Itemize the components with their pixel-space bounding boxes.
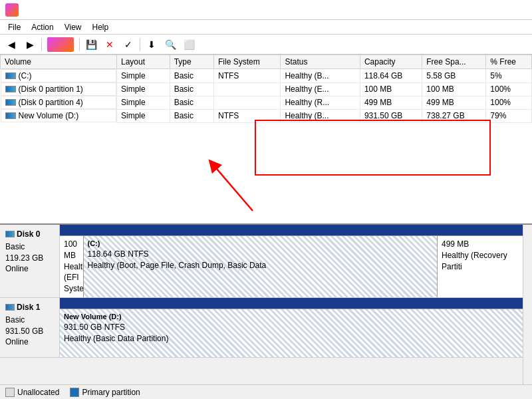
disk-table: Volume Layout Type File System Status Ca… — [0, 55, 532, 123]
cell-pctfree: 100% — [486, 96, 532, 109]
cell-capacity: 499 MB — [360, 96, 422, 109]
legend-unalloc-color — [5, 388, 15, 397]
main-content: Volume Layout Type File System Status Ca… — [0, 55, 532, 399]
disk-1-partitions: New Volume (D:) 931.50 GB NTFS Healthy (… — [60, 298, 532, 357]
col-type[interactable]: Type — [170, 55, 213, 69]
menu-help[interactable]: Help — [87, 21, 114, 33]
part-status: Healthy (EFI Syste — [64, 261, 79, 295]
toolbar-sep2 — [79, 38, 80, 51]
toolbar-search[interactable]: 🔍 — [162, 37, 179, 53]
disk-0-size: 119.23 GB — [5, 253, 54, 264]
volume-icon — [5, 72, 16, 79]
part-size: 100 MB — [64, 239, 79, 261]
disk-1-part-1[interactable]: New Volume (D:) 931.50 GB NTFS Healthy (… — [60, 309, 532, 357]
cell-layout: Simple — [117, 109, 170, 122]
title-controls — [435, 0, 527, 20]
volume-icon — [5, 112, 16, 119]
cell-layout: Simple — [117, 82, 170, 96]
disk-0-name: Disk 0 — [17, 229, 40, 240]
legend-primary: Primary partition — [70, 388, 140, 397]
col-layout[interactable]: Layout — [117, 55, 170, 69]
cell-status: Healthy (B... — [281, 69, 360, 83]
disk-0-part-1[interactable]: 100 MB Healthy (EFI Syste — [60, 236, 84, 297]
cell-filesystem — [214, 96, 281, 109]
table-row[interactable]: (Disk 0 partition 4)SimpleBasicHealthy (… — [1, 96, 532, 109]
cell-layout: Simple — [117, 69, 170, 83]
cell-type: Basic — [170, 69, 213, 83]
cell-freespace: 5.58 GB — [422, 69, 486, 83]
disk-0-type: Basic — [5, 241, 54, 253]
cell-capacity: 100 MB — [360, 82, 422, 96]
toolbar-delete[interactable]: ✕ — [101, 37, 118, 53]
volume-icon — [5, 99, 16, 106]
cell-pctfree: 79% — [486, 109, 532, 122]
cell-status: Healthy (B... — [281, 109, 360, 122]
legend-primary-label: Primary partition — [82, 388, 140, 397]
toolbar-square[interactable]: ⬜ — [180, 37, 198, 53]
disk-1-status: Online — [5, 336, 54, 348]
disk-0-bar — [60, 225, 532, 235]
part-status: Healthy (Boot, Page File, Crash Dump, Ba… — [88, 260, 434, 271]
legend-unallocated: Unallocated — [5, 388, 59, 397]
disk-row-1: Disk 1 Basic 931.50 GB Online New Volume… — [0, 298, 532, 358]
cell-freespace: 499 MB — [422, 96, 486, 109]
cell-filesystem: NTFS — [214, 69, 281, 83]
app-icon — [5, 3, 19, 17]
table-row[interactable]: (Disk 0 partition 1)SimpleBasicHealthy (… — [1, 82, 532, 96]
annotation-arrow — [200, 158, 279, 217]
close-button[interactable] — [496, 0, 527, 20]
col-volume[interactable]: Volume — [1, 55, 117, 69]
cell-freespace: 100 MB — [422, 82, 486, 96]
cell-type: Basic — [170, 109, 213, 122]
cell-type: Basic — [170, 82, 213, 96]
disk-0-label: Disk 0 Basic 119.23 GB Online — [0, 225, 60, 297]
cell-capacity: 118.64 GB — [360, 69, 422, 83]
table-row[interactable]: (C:)SimpleBasicNTFSHealthy (B...118.64 G… — [1, 69, 532, 83]
title-bar — [0, 0, 532, 20]
cell-pctfree: 100% — [486, 82, 532, 96]
part-size: 499 MB — [442, 239, 527, 250]
toolbar-disk[interactable]: 💾 — [82, 37, 100, 53]
menu-view[interactable]: View — [59, 21, 87, 33]
part-status: Healthy (Recovery Partiti — [442, 250, 527, 273]
volume-name: (Disk 0 partition 1) — [19, 84, 83, 94]
disk-1-label: Disk 1 Basic 931.50 GB Online — [0, 298, 60, 357]
cell-filesystem — [214, 82, 281, 96]
menu-file[interactable]: File — [3, 21, 26, 33]
menu-action[interactable]: Action — [26, 21, 59, 33]
toolbar-check[interactable]: ✓ — [120, 37, 137, 53]
lower-scrollbar[interactable] — [523, 225, 532, 384]
disk-0-part-3[interactable]: 499 MB Healthy (Recovery Partiti — [438, 236, 532, 297]
part-size: 931.50 GB NTFS — [64, 322, 527, 333]
upper-area: Volume Layout Type File System Status Ca… — [0, 55, 532, 225]
volume-name: (Disk 0 partition 4) — [19, 98, 83, 107]
col-status[interactable]: Status — [281, 55, 360, 69]
toolbar-forward[interactable]: ▶ — [21, 37, 39, 53]
col-pctfree[interactable]: % Free — [486, 55, 532, 69]
col-freespace[interactable]: Free Spa... — [422, 55, 486, 69]
legend-primary-color — [70, 388, 79, 397]
col-capacity[interactable]: Capacity — [360, 55, 422, 69]
disk-1-name: Disk 1 — [17, 302, 40, 313]
toolbar: ◀ ▶ 💾 ✕ ✓ ⬇ 🔍 ⬜ — [0, 35, 532, 55]
table-row[interactable]: New Volume (D:)SimpleBasicNTFSHealthy (B… — [1, 109, 532, 122]
disk-1-bar — [60, 298, 532, 309]
cell-type: Basic — [170, 96, 213, 109]
disk-1-type: Basic — [5, 315, 54, 326]
toolbar-down[interactable]: ⬇ — [143, 37, 160, 53]
cell-status: Healthy (R... — [281, 96, 360, 109]
toolbar-sep3 — [140, 38, 140, 51]
disk-0-parts-row: 100 MB Healthy (EFI Syste (C:) 118.64 GB… — [60, 235, 532, 297]
disk-0-partitions: 100 MB Healthy (EFI Syste (C:) 118.64 GB… — [60, 225, 532, 297]
volume-name: New Volume (D:) — [19, 111, 79, 120]
minimize-button[interactable] — [435, 0, 466, 20]
toolbar-back[interactable]: ◀ — [3, 37, 20, 53]
cell-filesystem: NTFS — [214, 109, 281, 122]
col-filesystem[interactable]: File System — [214, 55, 281, 69]
disk-0-status: Online — [5, 263, 54, 275]
disk-0-part-2[interactable]: (C:) 118.64 GB NTFS Healthy (Boot, Page … — [84, 236, 438, 297]
volume-name: (C:) — [19, 71, 32, 80]
cell-status: Healthy (E... — [281, 82, 360, 96]
volume-icon — [5, 86, 16, 92]
maximize-button[interactable] — [466, 0, 496, 20]
